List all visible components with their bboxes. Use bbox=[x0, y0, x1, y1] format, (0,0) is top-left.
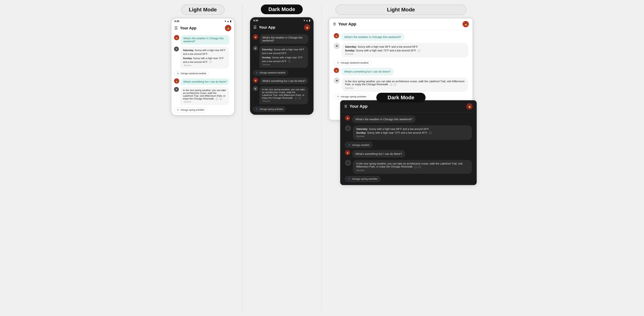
tablet-avatar-dark[interactable]: 👩 bbox=[466, 103, 472, 110]
t-sources-1: Sources bbox=[345, 53, 465, 55]
d-search-chip-row-1: G chicago weekend weather bbox=[253, 70, 310, 76]
d-cite-2: 1 bbox=[294, 97, 297, 99]
tablet-menu-icon-dark[interactable]: ☰ bbox=[344, 104, 347, 108]
d-ai-activities-bubble: In the nice spring weather, you can take… bbox=[259, 86, 308, 104]
td-sunday-label: Sunday bbox=[356, 131, 366, 134]
google-icon-2: G bbox=[176, 108, 180, 111]
chat-area-light: 👩 What's the weather in Chicago this wee… bbox=[172, 33, 234, 115]
sources-1: Sources bbox=[183, 64, 226, 67]
clock-dark: 9:30 bbox=[253, 19, 258, 22]
avatar[interactable]: 👩 bbox=[225, 25, 231, 31]
t-ai-weather-row: ✦ Saturday: Sunny with a high near 68°F … bbox=[334, 43, 468, 58]
d-cite-1: 1 bbox=[288, 60, 291, 63]
chat-area-dark: 👩 What's the weather in Chicago this wee… bbox=[250, 32, 313, 114]
td-cite-2: 1 bbox=[414, 166, 417, 168]
avatar-dark[interactable]: 👩 bbox=[304, 24, 310, 30]
td-sources-2: Sources bbox=[356, 169, 468, 172]
td-chip-row-1: G chicago weather bbox=[345, 142, 472, 148]
d-search-chip-weather[interactable]: G chicago weekend weather bbox=[253, 70, 288, 75]
phone-status-bar-dark: 9:30 ▾ ▲ ▮ bbox=[250, 17, 313, 23]
tablet-chat-dark: 👩 What's the weather in Chicago this wee… bbox=[340, 112, 476, 185]
td-chip-weather-label: chicago weather bbox=[352, 144, 370, 146]
t-user-1-row: 👩 What's the weather in Chicago this wee… bbox=[334, 33, 468, 41]
d-user-bubble-1: What's the weather in Chicago this weeke… bbox=[260, 34, 308, 44]
t-google-2: G bbox=[336, 95, 340, 98]
td-cite-1: 1 bbox=[429, 132, 432, 134]
cite-3: 2 bbox=[220, 98, 222, 100]
td-ai-weather-bubble: Saturday: Sunny with a high near 68°F an… bbox=[353, 125, 472, 140]
chip-activities-label: chicago spring activities bbox=[180, 109, 204, 111]
phone-dark: 9:30 ▾ ▲ ▮ ☰ Your App 👩 👩 What's the wea… bbox=[250, 17, 314, 115]
d-google-icon-1: G bbox=[256, 71, 258, 74]
tablet-overlap-container: ☰ Your App 👩 👩 What's the weather in Chi… bbox=[329, 18, 473, 120]
divider-2 bbox=[321, 4, 322, 312]
dark-mode-phone-col: Dark Mode 9:30 ▾ ▲ ▮ ☰ Your App 👩 👩 What… bbox=[250, 4, 314, 115]
d-user-bubble-2: What's something fun I can do there? bbox=[260, 78, 308, 84]
light-mode-phone-col: Light Mode 9:30 ▾ ▲ ▮ ☰ Your App 👩 👩 Wha… bbox=[171, 4, 234, 116]
t-cite-1: 1 bbox=[418, 49, 420, 52]
d-saturday-label: Saturday bbox=[262, 48, 272, 51]
divider-1 bbox=[242, 4, 242, 312]
user-avatar-1: 👩 bbox=[174, 35, 179, 40]
t-chip-activities-light[interactable]: G chicago spring activities bbox=[334, 94, 369, 99]
saturday-label: Saturday bbox=[183, 49, 194, 52]
t-sources-2: Sources bbox=[345, 87, 465, 89]
battery-icon-dark: ▮ bbox=[309, 19, 310, 22]
td-user-avatar-2: 👩 bbox=[345, 150, 350, 155]
t-ai-icon-1: ✦ bbox=[334, 43, 340, 49]
ai-weather-bubble: Saturday: Sunny with a high near 68°F an… bbox=[180, 46, 229, 69]
td-user-bubble-1: What's the weather in Chicago this weeke… bbox=[352, 115, 416, 123]
phone-status-bar: 9:30 ▾ ▲ ▮ bbox=[172, 18, 234, 23]
search-chip-weather[interactable]: G chicago weekend weather bbox=[174, 71, 209, 76]
td-ai-icon-2: ✦ bbox=[345, 160, 351, 166]
search-chip-row-1: G chicago weekend weather bbox=[174, 70, 232, 76]
search-chip-activities[interactable]: G chicago spring activities bbox=[174, 107, 207, 113]
d-sunday-label: Sunday bbox=[262, 56, 271, 59]
clock: 9:30 bbox=[174, 20, 179, 23]
ai-avatar-2: ✦ bbox=[174, 87, 179, 92]
t-ai-activities-bubble: In the nice spring weather, you can take… bbox=[342, 78, 468, 91]
td-chip-row-2: G chicago spring activities bbox=[345, 176, 472, 182]
td-chip-weather[interactable]: G chicago weather bbox=[345, 142, 372, 148]
tablet-title-light: Your App bbox=[338, 22, 460, 26]
d-user-message-2-row: 👩 What's something fun I can do there? bbox=[253, 78, 310, 84]
td-user-2-row: 👩 What's something fun I can do there? bbox=[345, 150, 472, 158]
td-chip-activities-label: chicago spring activities bbox=[352, 177, 378, 180]
user-bubble-2: What's something fun I can do there? bbox=[181, 78, 229, 85]
tablet-menu-icon[interactable]: ☰ bbox=[333, 22, 336, 26]
d-ai-activities-row: ✦ In the nice spring weather, you can ta… bbox=[253, 86, 310, 104]
d-search-chip-row-2: G chicago spring activities bbox=[253, 106, 310, 112]
user-message-2-row: 👩 What's something fun I can do there? bbox=[174, 78, 232, 85]
t-activities-text: In the nice spring weather, you can take… bbox=[345, 80, 464, 86]
d-user-message-1-row: 👩 What's the weather in Chicago this wee… bbox=[253, 34, 310, 44]
t-google-1: G bbox=[336, 61, 340, 64]
tablet-avatar-light[interactable]: 👩 bbox=[462, 21, 469, 27]
t-user-bubble-1: What's the weather in Chicago this weeke… bbox=[341, 33, 404, 41]
t-user-2-row: 👩 What's something fun I can do there? bbox=[334, 68, 468, 75]
td-activities-text: In the nice spring weather, you can take… bbox=[356, 162, 462, 168]
td-chip-activities[interactable]: G chicago spring activities bbox=[345, 176, 380, 182]
cite-1: 1 bbox=[209, 61, 212, 63]
search-chip-row-2: G chicago spring activities bbox=[174, 107, 232, 113]
user-bubble-1: What's the weather in Chicago this weeke… bbox=[181, 35, 230, 45]
right-col: Light Mode ☰ Your App 👩 👩 What's the wea… bbox=[329, 4, 473, 120]
d-sources-2: Sources bbox=[262, 99, 305, 102]
t-user-bubble-2: What's something fun I can do there? bbox=[341, 68, 394, 75]
td-cite-3: 2 bbox=[418, 166, 421, 168]
menu-icon-dark[interactable]: ☰ bbox=[253, 25, 257, 29]
d-chip-activities-label: chicago spring activities bbox=[260, 108, 283, 110]
signal-icon: ▲ bbox=[227, 20, 229, 23]
tablet-dark: ☰ Your App 👩 👩 What's the weather in Chi… bbox=[340, 100, 477, 185]
google-icon-1: G bbox=[176, 72, 180, 75]
light-mode-label-tablet: Light Mode bbox=[336, 4, 466, 15]
ai-activities-bubble: In the nice spring weather, you can take… bbox=[180, 87, 229, 105]
d-sources-1: Sources bbox=[262, 63, 305, 66]
phone-light: 9:30 ▾ ▲ ▮ ☰ Your App 👩 👩 What's the wea… bbox=[171, 18, 234, 116]
menu-icon[interactable]: ☰ bbox=[174, 26, 178, 30]
d-ai-avatar-2: ✦ bbox=[253, 86, 258, 91]
t-chip-weather[interactable]: G chicago weekend weather bbox=[334, 60, 372, 65]
d-search-chip-activities[interactable]: G chicago spring activities bbox=[253, 107, 286, 112]
tablet-toolbar-light: ☰ Your App 👩 bbox=[329, 18, 472, 30]
user-message-1-row: 👩 What's the weather in Chicago this wee… bbox=[174, 35, 232, 45]
td-saturday-text: : Sunny with a high near 68°F and a low … bbox=[368, 127, 430, 130]
